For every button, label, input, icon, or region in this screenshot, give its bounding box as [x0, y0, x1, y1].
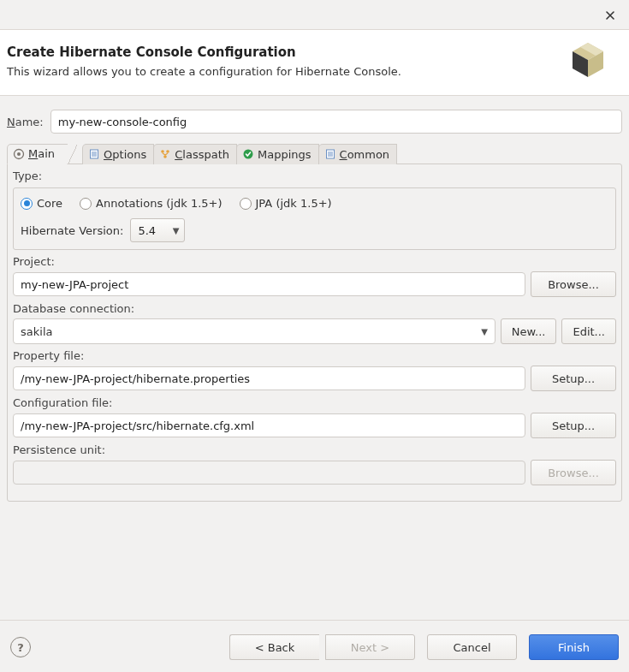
cube-icon [567, 39, 608, 80]
db-conn-row: sakila ▼ New... Edit... [13, 318, 616, 344]
svg-point-12 [163, 155, 167, 158]
radio-indicator [21, 198, 33, 210]
tab-panel-main: Type: Core Annotations (jdk 1.5+) JPA (j… [7, 164, 622, 502]
banner-titles: Create Hibernate Console Configuration T… [7, 45, 401, 78]
prop-file-setup-button[interactable]: Setup... [531, 366, 616, 391]
name-label: Name: [7, 116, 44, 128]
tab-label: Common [340, 148, 390, 161]
prop-file-input[interactable] [13, 366, 525, 390]
tab-label: Main [28, 147, 55, 160]
project-row: Browse... [13, 271, 616, 297]
radio-label: Core [37, 197, 62, 210]
project-browse-button[interactable]: Browse... [531, 271, 616, 297]
tab-folder: Main Options Classpath Mappings [7, 144, 622, 502]
page-subtitle: This wizard allows you to create a confi… [7, 65, 401, 78]
radio-jpa[interactable]: JPA (jdk 1.5+) [240, 197, 332, 210]
type-radio-row: Core Annotations (jdk 1.5+) JPA (jdk 1.5… [21, 197, 608, 210]
type-label: Type: [13, 169, 616, 182]
hibernate-version-select[interactable]: 5.4 ▼ [130, 218, 185, 242]
cfg-file-setup-button[interactable]: Setup... [531, 413, 616, 438]
close-icon [605, 10, 615, 21]
tab-mappings[interactable]: Mappings [236, 144, 319, 164]
db-conn-value: sakila [21, 325, 52, 338]
svg-point-5 [17, 152, 21, 156]
pu-row: Browse... [13, 460, 616, 485]
radio-label: JPA (jdk 1.5+) [256, 197, 332, 210]
sheet-icon [324, 148, 336, 160]
close-button[interactable] [602, 7, 619, 24]
tab-options[interactable]: Options [82, 144, 154, 164]
cfg-file-input[interactable] [13, 413, 525, 437]
content-area: Name: Main Options Cla [0, 96, 629, 502]
prop-file-row: Setup... [13, 366, 616, 391]
hibernate-version-label: Hibernate Version: [21, 224, 123, 237]
hibernate-version-value: 5.4 [138, 224, 156, 237]
cfg-file-row: Setup... [13, 413, 616, 438]
banner: Create Hibernate Console Configuration T… [0, 30, 629, 96]
tab-classpath[interactable]: Classpath [153, 144, 237, 164]
db-conn-label: Database connection: [13, 302, 616, 315]
cancel-button[interactable]: Cancel [427, 634, 517, 660]
hibernate-icon [13, 148, 25, 160]
title-bar [0, 0, 629, 30]
help-icon: ? [17, 641, 24, 654]
tab-label: Options [104, 148, 146, 161]
project-label: Project: [13, 255, 616, 268]
svg-point-10 [161, 150, 164, 153]
tab-main[interactable]: Main [7, 144, 68, 164]
type-group: Core Annotations (jdk 1.5+) JPA (jdk 1.5… [13, 187, 616, 250]
finish-button[interactable]: Finish [529, 634, 619, 660]
chevron-down-icon: ▼ [173, 226, 180, 235]
radio-indicator [240, 198, 252, 210]
tree-icon [159, 148, 171, 160]
pu-browse-button: Browse... [531, 460, 616, 485]
tab-strip: Main Options Classpath Mappings [7, 144, 622, 164]
tab-label: Mappings [258, 148, 312, 161]
db-conn-edit-button[interactable]: Edit... [561, 318, 616, 344]
radio-core[interactable]: Core [21, 197, 62, 210]
back-button[interactable]: < Back [229, 634, 319, 660]
project-input[interactable] [13, 272, 525, 296]
page-title: Create Hibernate Console Configuration [7, 45, 401, 60]
name-row: Name: [7, 110, 622, 134]
prop-file-label: Property file: [13, 349, 616, 362]
mappings-icon [242, 148, 254, 160]
db-conn-new-button[interactable]: New... [501, 318, 557, 344]
footer: ? < Back Next > Cancel Finish [0, 620, 629, 672]
help-button[interactable]: ? [10, 637, 31, 657]
name-input[interactable] [50, 110, 622, 134]
tab-label: Classpath [175, 148, 229, 161]
wizard-logo [567, 39, 608, 83]
svg-point-11 [166, 150, 169, 153]
radio-indicator [80, 198, 92, 210]
sheet-icon [88, 148, 100, 160]
radio-label: Annotations (jdk 1.5+) [96, 197, 222, 210]
pu-input [13, 461, 525, 485]
pu-label: Persistence unit: [13, 443, 616, 456]
cfg-file-label: Configuration file: [13, 396, 616, 409]
db-conn-select[interactable]: sakila ▼ [13, 318, 495, 344]
tab-common[interactable]: Common [318, 144, 398, 164]
radio-annotations[interactable]: Annotations (jdk 1.5+) [80, 197, 222, 210]
next-button: Next > [325, 634, 415, 660]
chevron-down-icon: ▼ [481, 327, 488, 336]
